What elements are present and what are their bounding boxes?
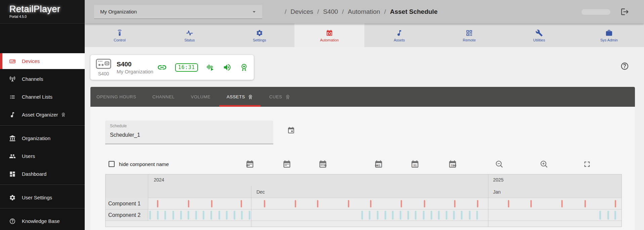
subtab-cues[interactable]: CUES <box>269 87 290 107</box>
bank-icon <box>9 135 16 142</box>
schedule-input[interactable]: Schedule Scheduler_1 <box>105 121 273 144</box>
sidebar-item-label: User Settings <box>22 195 52 200</box>
prev-period-calendar-button[interactable] <box>245 159 254 169</box>
schedule-tick <box>400 211 401 220</box>
tab-sys-admin[interactable]: Sys Admin <box>574 24 644 47</box>
sidebar-nav: DevicesChannelsChannel ListsAsset Organi… <box>0 24 85 229</box>
tab-assets[interactable]: Assets <box>364 24 434 47</box>
music-note-icon <box>396 29 403 37</box>
schedule-tick <box>370 200 371 207</box>
sidebar-item-dashboard[interactable]: Dashboard <box>0 166 85 182</box>
subtab-strip: OPENING HOURSCHANNELVOLUMEASSETSCUES <box>90 87 635 107</box>
logo-subtitle: Portal 4.5.0 <box>9 15 85 19</box>
calendar-prev-icon <box>245 160 254 169</box>
timeline-row: Component 1 <box>106 198 621 209</box>
schedule-tick <box>392 211 394 220</box>
sidebar-item-label: Knowledge Base <box>22 218 60 224</box>
hide-component-name-checkbox[interactable]: hide component name <box>109 161 169 167</box>
schedule-tick <box>385 211 386 220</box>
award-icon <box>248 94 253 100</box>
timeline-header <box>106 174 621 198</box>
chevron-down-icon <box>251 8 257 15</box>
schedule-tick <box>203 211 204 220</box>
schedule-tick <box>407 211 409 220</box>
pulse-icon <box>186 29 193 37</box>
logout-icon[interactable] <box>620 7 629 16</box>
sidebar-item-users[interactable]: Users <box>0 148 85 164</box>
schedule-tick <box>446 211 447 220</box>
subtab-opening-hours[interactable]: OPENING HOURS <box>96 87 136 107</box>
org-selector-value: My Organization <box>100 9 137 14</box>
breadcrumb-item-automation[interactable]: Automation <box>348 8 380 15</box>
schedule-tick <box>264 200 265 207</box>
tab-remote[interactable]: Remote <box>434 24 504 47</box>
tab-automation[interactable]: Automation <box>294 24 364 47</box>
subtab-assets[interactable]: ASSETS <box>227 87 253 107</box>
schedule-tick <box>461 211 462 220</box>
qr-code-icon <box>466 29 473 37</box>
help-icon[interactable] <box>620 62 629 71</box>
sidebar-item-user-settings[interactable]: User Settings <box>0 190 85 205</box>
calendar-31-prev-icon: 31 <box>374 160 383 169</box>
breadcrumb-item-s400[interactable]: S400 <box>323 8 338 15</box>
zoom-out-icon <box>495 160 504 169</box>
antenna-icon <box>9 76 16 83</box>
prev-month-calendar-button[interactable]: 31 <box>374 159 383 169</box>
month-calendar-button[interactable]: 31 <box>410 159 419 169</box>
schedule-tick <box>477 200 478 207</box>
schedule-tick <box>211 200 212 207</box>
timeline-month-label: Dec <box>256 189 265 195</box>
sidebar-item-channels[interactable]: Channels <box>0 71 85 87</box>
sidebar-item-label: Channels <box>22 76 43 82</box>
schedule-tick <box>561 200 563 207</box>
schedule-input-value: Scheduler_1 <box>110 132 140 138</box>
next-month-calendar-button[interactable]: 31 <box>448 159 457 169</box>
subtab-channel[interactable]: CHANNEL <box>152 87 174 107</box>
people-icon <box>9 153 16 160</box>
sidebar-item-channel-lists[interactable]: Channel Lists <box>0 89 85 105</box>
schedule-calendar-icon[interactable] <box>287 126 295 136</box>
subtab-label: VOLUME <box>191 94 211 99</box>
tab-settings[interactable]: Settings <box>225 24 294 47</box>
timeline-column-divider <box>488 174 488 227</box>
subtab-volume[interactable]: VOLUME <box>191 87 211 107</box>
schedule-tick <box>424 200 425 207</box>
dashboard-icon <box>9 171 16 177</box>
next-period-calendar-button[interactable] <box>318 159 327 169</box>
device-thumbnail: S400 <box>96 59 111 76</box>
tab-control[interactable]: Control <box>85 24 155 47</box>
schedule-tick <box>295 200 296 207</box>
award-icon <box>285 94 290 100</box>
period-calendar-button[interactable] <box>282 159 291 169</box>
gear-icon <box>256 29 263 37</box>
schedule-tick <box>157 200 158 207</box>
calendar-square-icon <box>287 126 295 134</box>
briefcase-icon <box>605 29 613 37</box>
dashboard-icon <box>9 171 16 177</box>
sidebar-item-label: Asset Organizer <box>22 112 58 118</box>
logo-title: RetailPlayer <box>9 4 85 14</box>
tab-utilities[interactable]: Utilities <box>504 24 574 47</box>
timeline-row-track[interactable] <box>148 198 621 209</box>
device-icon <box>9 58 16 65</box>
fullscreen-button[interactable] <box>582 159 592 169</box>
subtab-label: CHANNEL <box>152 94 174 99</box>
breadcrumb-item-devices[interactable]: Devices <box>290 8 313 15</box>
sidebar-item-knowledge-base[interactable]: Knowledge Base <box>0 213 85 229</box>
music-note-icon <box>396 29 403 37</box>
user-pill <box>581 9 610 15</box>
main-tabbar: ControlStatusSettingsAutomationAssetsRem… <box>85 24 644 47</box>
tab-status[interactable]: Status <box>155 24 225 47</box>
zoom-in-button[interactable] <box>539 159 549 169</box>
timeline-row-track[interactable] <box>148 209 621 221</box>
org-selector[interactable]: My Organization <box>94 5 262 19</box>
schedule-input-label: Schedule <box>110 124 127 128</box>
timeline-column-divider <box>251 186 251 227</box>
schedule-tick <box>180 211 182 220</box>
checkbox-box[interactable] <box>109 161 115 167</box>
zoom-out-button[interactable] <box>494 159 504 169</box>
schedule-tick <box>369 211 370 220</box>
sidebar-item-devices[interactable]: Devices <box>0 53 85 69</box>
sidebar-item-organization[interactable]: Organization <box>0 130 85 146</box>
sidebar-item-asset-organizer[interactable]: Asset Organizer <box>0 107 85 123</box>
